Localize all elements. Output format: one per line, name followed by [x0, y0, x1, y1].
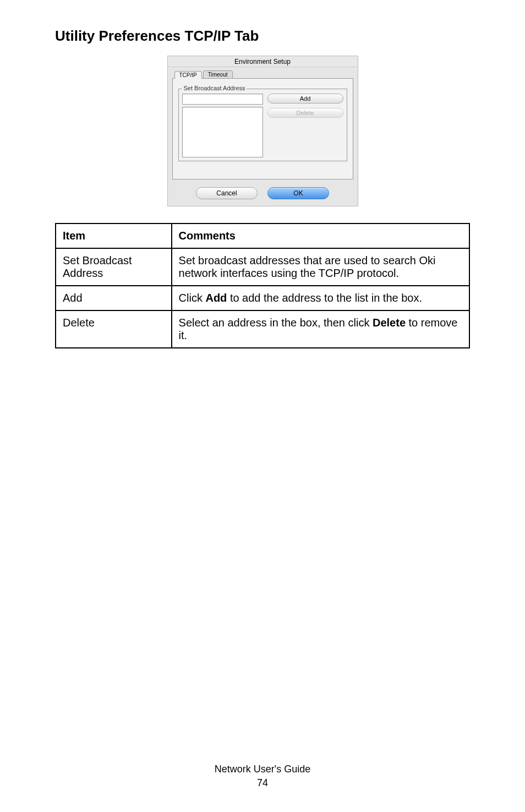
cell-comments: Set broadcast addresses that are used to…: [172, 248, 469, 286]
footer-title: Network User's Guide: [0, 762, 525, 776]
fieldset-legend: Set Broadcast Address: [182, 85, 247, 91]
environment-setup-dialog: Environment Setup TCP/IP Timeout Set Bro…: [167, 56, 358, 206]
header-item: Item: [56, 224, 172, 248]
page-heading: Utility Preferences TCP/IP Tab: [55, 28, 470, 45]
header-comments: Comments: [172, 224, 469, 248]
table-header-row: Item Comments: [56, 224, 469, 248]
cell-item: Add: [56, 286, 172, 310]
dialog-title: Environment Setup: [168, 56, 358, 67]
add-button[interactable]: Add: [267, 94, 343, 103]
tab-tcpip[interactable]: TCP/IP: [174, 71, 202, 79]
footer-page-number: 74: [0, 776, 525, 790]
cell-item: Set Broadcast Address: [56, 248, 172, 286]
fieldset-broadcast: Set Broadcast Address Add Delete: [178, 89, 347, 161]
table-row: Set Broadcast Address Set broadcast addr…: [56, 248, 469, 286]
broadcast-address-input[interactable]: [182, 94, 263, 105]
cell-comments: Click Add to add the address to the list…: [172, 286, 469, 310]
cell-item: Delete: [56, 310, 172, 348]
dialog-screenshot: Environment Setup TCP/IP Timeout Set Bro…: [55, 56, 470, 206]
tab-panel-tcpip: Set Broadcast Address Add Delete: [172, 78, 353, 179]
delete-button[interactable]: Delete: [267, 108, 343, 118]
page-footer: Network User's Guide 74: [0, 762, 525, 790]
settings-table: Item Comments Set Broadcast Address Set …: [55, 223, 470, 348]
tab-timeout[interactable]: Timeout: [203, 70, 233, 78]
ok-button[interactable]: OK: [267, 187, 329, 199]
cancel-button[interactable]: Cancel: [196, 187, 258, 199]
table-row: Delete Select an address in the box, the…: [56, 310, 469, 348]
cell-comments: Select an address in the box, then click…: [172, 310, 469, 348]
table-row: Add Click Add to add the address to the …: [56, 286, 469, 310]
broadcast-address-list[interactable]: [182, 107, 263, 157]
